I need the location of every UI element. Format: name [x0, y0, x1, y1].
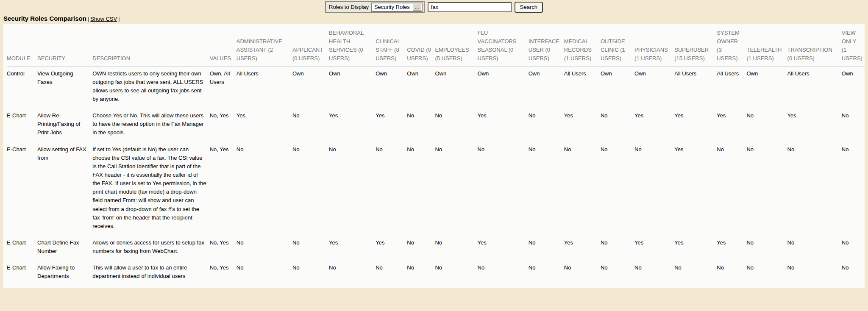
cell: E-Chart [7, 236, 37, 261]
cell: No [376, 261, 407, 286]
cell: Own [842, 66, 865, 108]
column-header: SUPERUSER (15 USERS) [674, 26, 717, 66]
cell: No [601, 142, 634, 236]
cell: No [292, 261, 329, 286]
cell: Own [478, 66, 529, 108]
column-header: PHYSICIANS (1 USERS) [634, 26, 674, 66]
cell: Yes [564, 108, 601, 142]
cell: No [478, 142, 529, 236]
roles-select-value: Security Roles [372, 4, 412, 10]
cell: No [329, 261, 376, 286]
cell: Own [329, 66, 376, 108]
cell: View Outgoing Faxes [37, 66, 92, 108]
cell: Yes [329, 108, 376, 142]
cell: No [842, 142, 865, 236]
cell: No [376, 142, 407, 236]
cell: No [435, 261, 477, 286]
cell: No [236, 236, 292, 261]
cell: E-Chart [7, 261, 37, 286]
roles-more-button[interactable]: ... [413, 4, 421, 11]
table-body: ControlView Outgoing FaxesOWN restricts … [7, 66, 865, 286]
cell: No [407, 108, 435, 142]
cell: Yes [634, 108, 674, 142]
cell: Own [634, 66, 674, 108]
column-header: SECURITY [37, 26, 92, 66]
column-header: CLINICAL STAFF (8 USERS) [376, 26, 407, 66]
cell: No [634, 142, 674, 236]
page: Roles to Display Security Roles ... Sear… [0, 0, 868, 288]
column-header: BEHAVIORAL HEALTH SERVICES (0 USERS) [329, 26, 376, 66]
separator: | [117, 16, 121, 22]
cell: No [435, 236, 477, 261]
column-header: MODULE [7, 26, 37, 66]
cell: Yes [674, 108, 717, 142]
cell: Own, All Users [210, 66, 236, 108]
cell: No [564, 261, 601, 286]
cell: Yes [478, 108, 529, 142]
cell: No [478, 261, 529, 286]
cell: No [746, 108, 787, 142]
cell: Own [376, 66, 407, 108]
cell: No [236, 142, 292, 236]
column-header: APPLICANT (0 USERS) [292, 26, 329, 66]
cell: Own [601, 66, 634, 108]
cell: Yes [376, 236, 407, 261]
roles-select[interactable]: Security Roles ... [371, 3, 423, 12]
cell: All Users [236, 66, 292, 108]
search-button[interactable]: Search [515, 2, 543, 13]
column-header: FLU VACCINATORS SEASONAL (0 USERS) [478, 26, 529, 66]
cell: Allow Faxing to Departments [37, 261, 92, 286]
cell: Allow Re-Printing/Faxing of Print Jobs [37, 108, 92, 142]
cell: Chart Define Fax Number [37, 236, 92, 261]
cell: Own [407, 66, 435, 108]
cell: No [674, 261, 717, 286]
cell: No [717, 142, 746, 236]
column-header: VALUES [210, 26, 236, 66]
cell: Own [292, 66, 329, 108]
table-row: E-ChartAllow Re-Printing/Faxing of Print… [7, 108, 865, 142]
column-header: SYSTEM OWNER (3 USERS) [717, 26, 746, 66]
cell: No [407, 236, 435, 261]
cell: No [746, 142, 787, 236]
cell: No [407, 261, 435, 286]
cell: No [717, 261, 746, 286]
cell: No [407, 142, 435, 236]
table-row: ControlView Outgoing FaxesOWN restricts … [7, 66, 865, 108]
table-row: E-ChartAllow Faxing to DepartmentsThis w… [7, 261, 865, 286]
column-header: ADMINISTRATIVE ASSISTANT (2 USERS) [236, 26, 292, 66]
cell: Yes [674, 236, 717, 261]
show-csv-link[interactable]: Show CSV [90, 16, 117, 22]
cell: Allow setting of FAX from [37, 142, 92, 236]
cell: All Users [564, 66, 601, 108]
cell: Yes [376, 108, 407, 142]
cell: Choose Yes or No. This will allow these … [92, 108, 209, 142]
cell: Own [435, 66, 477, 108]
cell: No [746, 261, 787, 286]
cell: No [529, 108, 564, 142]
column-header: MEDICAL RECORDS (1 USERS) [564, 26, 601, 66]
column-header: TRANSCRIPTION (0 USERS) [787, 26, 842, 66]
cell: No, Yes [210, 108, 236, 142]
cell: Own [746, 66, 787, 108]
cell: OWN restricts users to only seeing their… [92, 66, 209, 108]
cell: No [601, 236, 634, 261]
column-header: DESCRIPTION [92, 26, 209, 66]
cell: No [236, 261, 292, 286]
cell: No [435, 108, 477, 142]
cell: No [842, 261, 865, 286]
search-input[interactable] [428, 2, 512, 12]
separator: | [86, 16, 90, 22]
cell: No [787, 236, 842, 261]
cell: Yes [717, 108, 746, 142]
cell: No, Yes [210, 236, 236, 261]
column-header: VIEW ONLY (1 USERS) [842, 26, 865, 66]
cell: If set to Yes (default is No) the user c… [92, 142, 209, 236]
cell: No [435, 142, 477, 236]
cell: No [529, 261, 564, 286]
cell: No [601, 108, 634, 142]
cell: No [787, 261, 842, 286]
cell: Yes [478, 236, 529, 261]
cell: No [292, 236, 329, 261]
cell: Allows or denies access for users to set… [92, 236, 209, 261]
cell: This will allow a user to fax to an enti… [92, 261, 209, 286]
